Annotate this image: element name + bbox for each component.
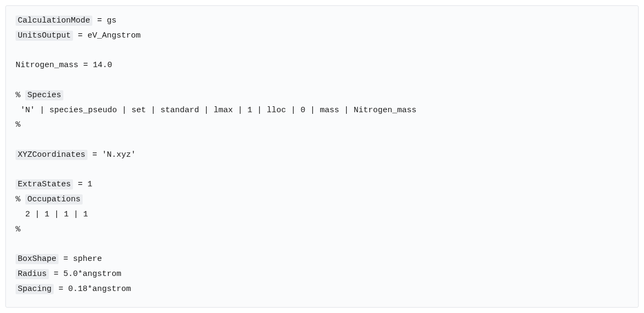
- code-text: = gs: [92, 16, 116, 25]
- variable-name: Radius: [16, 269, 49, 279]
- block-name: Species: [25, 90, 63, 100]
- variable-name: BoxShape: [16, 254, 58, 264]
- code-text: %: [16, 91, 25, 100]
- code-line: [16, 43, 628, 59]
- code-text: = eV_Angstrom: [73, 31, 141, 40]
- code-text: = sphere: [58, 254, 102, 264]
- code-line: 2 | 1 | 1 | 1: [16, 207, 628, 222]
- code-line: [16, 73, 628, 88]
- code-line: Nitrogen_mass = 14.0: [16, 58, 628, 73]
- code-line: [16, 237, 628, 252]
- code-text: = 5.0*angstrom: [49, 270, 121, 279]
- code-line: Radius = 5.0*angstrom: [16, 267, 628, 282]
- code-line: XYZCoordinates = 'N.xyz': [16, 148, 628, 163]
- code-line: CalculationMode = gs: [16, 13, 628, 28]
- variable-name: Spacing: [16, 284, 54, 294]
- code-line: BoxShape = sphere: [16, 252, 628, 267]
- code-line: %: [16, 118, 628, 133]
- code-text: %: [16, 195, 25, 204]
- variable-name: ExtraStates: [16, 179, 73, 190]
- code-line: %: [16, 222, 628, 237]
- block-name: Occupations: [25, 194, 83, 205]
- code-line: % Species: [16, 88, 628, 103]
- variable-name: CalculationMode: [16, 16, 92, 26]
- code-text: = 'N.xyz': [87, 150, 136, 159]
- code-line: [16, 133, 628, 148]
- code-line: ExtraStates = 1: [16, 177, 628, 192]
- variable-name: XYZCoordinates: [16, 150, 87, 160]
- code-line: Spacing = 0.18*angstrom: [16, 282, 628, 297]
- code-text: = 0.18*angstrom: [54, 285, 131, 294]
- code-block: CalculationMode = gsUnitsOutput = eV_Ang…: [5, 5, 639, 308]
- code-line: UnitsOutput = eV_Angstrom: [16, 28, 628, 43]
- code-line: [16, 163, 628, 178]
- code-text: = 1: [73, 180, 92, 189]
- variable-name: UnitsOutput: [16, 31, 73, 41]
- code-line: % Occupations: [16, 192, 628, 207]
- code-line: 'N' | species_pseudo | set | standard | …: [16, 103, 628, 118]
